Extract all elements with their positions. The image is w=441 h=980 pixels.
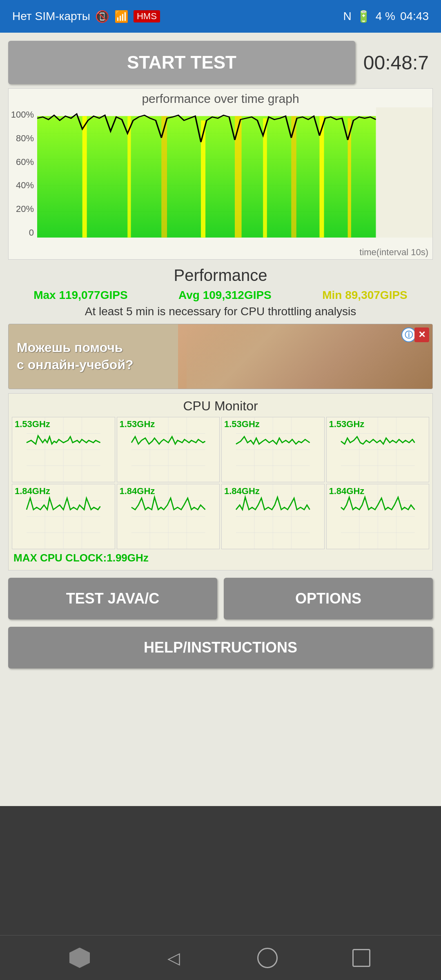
stat-avg: Avg 109,312GIPS xyxy=(178,289,272,302)
bottom-buttons-row: TEST JAVA/C OPTIONS xyxy=(8,578,433,619)
cpu-monitor-title: CPU Monitor xyxy=(12,397,429,417)
battery-text: 4 % xyxy=(376,10,395,23)
graph-container: 100% 80% 60% 40% 20% 0 xyxy=(9,107,432,246)
stat-max: Max 119,077GIPS xyxy=(33,289,127,302)
nav-back-button[interactable]: ◁ xyxy=(159,944,188,972)
performance-stats: Max 119,077GIPS Avg 109,312GIPS Min 89,3… xyxy=(8,287,433,303)
cpu-core-1: 1.53GHz xyxy=(117,417,220,482)
svg-rect-15 xyxy=(376,107,432,238)
performance-svg xyxy=(37,107,432,246)
cpu-core-0: 1.53GHz xyxy=(12,417,115,482)
cpu-core-7: 1.84GHz xyxy=(326,484,430,549)
sim-icon: 📵 xyxy=(95,10,109,23)
carrier-text: Нет SIM-карты xyxy=(12,10,90,23)
ad-banner: Можешь помочь с онлайн-учебой? ⓘ ✕ xyxy=(8,324,433,389)
nfc-icon: N xyxy=(343,10,351,23)
throttling-note: At least 5 min is necessary for CPU thro… xyxy=(8,303,433,320)
y-label-60: 60% xyxy=(16,157,34,167)
status-bar: Нет SIM-карты 📵 📶 HMS N 🔋 4 % 04:43 xyxy=(0,0,441,33)
top-row: START TEST 00:48:7 xyxy=(8,41,433,84)
hms-badge: HMS xyxy=(134,10,160,22)
time-display: 04:43 xyxy=(400,10,429,23)
cpu-core-5: 1.84GHz xyxy=(117,484,220,549)
max-cpu-clock-label: MAX CPU CLOCK:1.99GHz xyxy=(12,549,429,567)
wifi-icon: 📶 xyxy=(114,10,129,23)
performance-graph-section: performance over time graph 100% 80% 60%… xyxy=(8,88,433,260)
nav-home-icon xyxy=(257,948,278,968)
y-label-100: 100% xyxy=(11,109,34,120)
cpu-core-1-freq: 1.53GHz xyxy=(117,417,158,431)
graph-area xyxy=(37,107,432,246)
cpu-core-6: 1.84GHz xyxy=(221,484,325,549)
graph-title: performance over time graph xyxy=(9,89,432,107)
y-label-20: 20% xyxy=(16,204,34,214)
nav-back-icon: ◁ xyxy=(167,949,180,967)
start-test-button[interactable]: START TEST xyxy=(8,41,355,84)
nav-home-button[interactable] xyxy=(253,944,282,972)
main-content: START TEST 00:48:7 performance over time… xyxy=(0,33,441,806)
cpu-core-2-freq: 1.53GHz xyxy=(222,417,262,431)
ad-image xyxy=(187,324,432,389)
y-label-80: 80% xyxy=(16,133,34,144)
cpu-core-0-freq: 1.53GHz xyxy=(12,417,53,431)
options-button[interactable]: OPTIONS xyxy=(224,578,433,619)
cpu-core-6-freq: 1.84GHz xyxy=(222,484,262,498)
cpu-core-7-freq: 1.84GHz xyxy=(327,484,367,498)
cpu-core-3: 1.53GHz xyxy=(326,417,430,482)
graph-y-axis: 100% 80% 60% 40% 20% 0 xyxy=(9,107,37,246)
bottom-spacer xyxy=(0,806,441,935)
svg-rect-11 xyxy=(263,118,267,238)
cpu-core-3-freq: 1.53GHz xyxy=(327,417,367,431)
status-right: N 🔋 4 % 04:43 xyxy=(343,10,429,23)
nav-hex-button[interactable] xyxy=(65,944,94,972)
navigation-bar: ◁ xyxy=(0,935,441,980)
timer-display: 00:48:7 xyxy=(363,51,433,74)
svg-rect-6 xyxy=(82,116,87,238)
cpu-monitor-section: CPU Monitor 1.53GHz 1.53GHz xyxy=(8,393,433,570)
cpu-core-5-freq: 1.84GHz xyxy=(117,484,158,498)
performance-section: Performance Max 119,077GIPS Avg 109,312G… xyxy=(8,264,433,320)
cpu-core-4-freq: 1.84GHz xyxy=(12,484,53,498)
status-left: Нет SIM-карты 📵 📶 HMS xyxy=(12,10,160,23)
svg-rect-5 xyxy=(37,116,376,238)
ad-close-button[interactable]: ✕ xyxy=(414,327,429,342)
y-label-40: 40% xyxy=(16,180,34,191)
test-java-c-button[interactable]: TEST JAVA/C xyxy=(8,578,217,619)
nav-square-icon xyxy=(352,949,370,967)
performance-title: Performance xyxy=(8,264,433,287)
help-instructions-button[interactable]: HELP/INSTRUCTIONS xyxy=(8,627,433,668)
stat-min: Min 89,307GIPS xyxy=(322,289,408,302)
cpu-core-2: 1.53GHz xyxy=(221,417,325,482)
graph-x-label: time(interval 10s) xyxy=(9,246,432,259)
cpu-grid: 1.53GHz 1.53GHz xyxy=(12,417,429,549)
cpu-core-4: 1.84GHz xyxy=(12,484,115,549)
nav-hex-icon xyxy=(69,948,90,968)
svg-rect-7 xyxy=(127,116,131,238)
nav-recents-button[interactable] xyxy=(347,944,376,972)
ad-text: Можешь помочь с онлайн-учебой? xyxy=(9,335,142,377)
y-label-0: 0 xyxy=(29,227,34,238)
battery-icon: 🔋 xyxy=(356,10,371,23)
ad-info-button[interactable]: ⓘ xyxy=(401,327,416,342)
